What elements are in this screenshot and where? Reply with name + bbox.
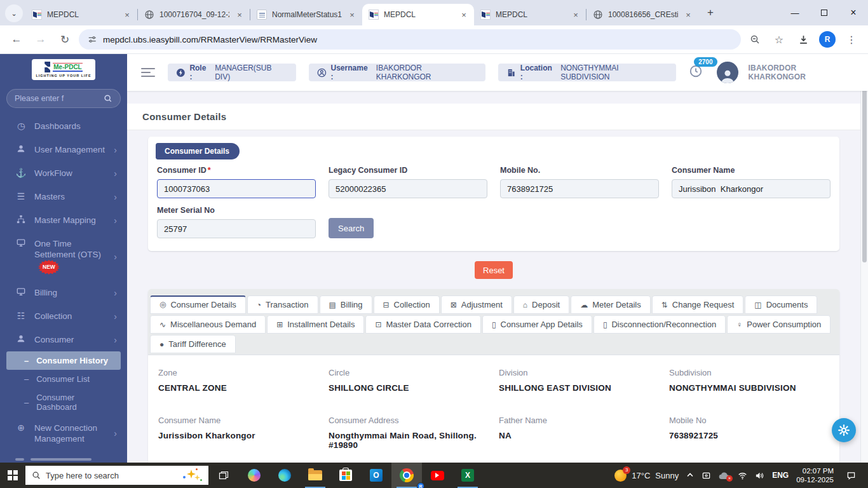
store-icon (339, 470, 352, 481)
profile-avatar[interactable]: R (817, 29, 837, 50)
sidebar-item-master-mapping[interactable]: Master Mapping › (0, 208, 127, 232)
taskbar-clock[interactable]: 02:07 PM 09-12-2025 (796, 466, 834, 484)
tab-collection[interactable]: ⊟Collection (374, 295, 440, 314)
language-indicator[interactable]: ENG (772, 471, 789, 480)
taskbar-search[interactable]: Type here to search (25, 466, 208, 485)
browser-tab[interactable]: 1000716704_09-12-2 × (138, 4, 250, 25)
settings-fab[interactable] (832, 418, 856, 442)
tab-close-icon[interactable]: × (683, 10, 693, 20)
window-close-button[interactable]: × (839, 0, 868, 25)
meter-serial-input[interactable] (157, 219, 316, 238)
sidebar-item-collection[interactable]: ☷ Collection › (0, 304, 127, 328)
sidebar-item-user-management[interactable]: User Management › (0, 138, 127, 161)
sidebar-item-consumer-list[interactable]: – Consumer List (0, 370, 127, 388)
wifi-tray-icon[interactable] (738, 471, 747, 480)
browser-tab-active[interactable]: MEPDCL × (362, 4, 474, 25)
scrollbar-thumb[interactable] (862, 72, 867, 262)
browser-tab[interactable]: NormalMeterStatus17 × (250, 4, 362, 25)
sidebar-item-billing[interactable]: Billing › (0, 281, 127, 304)
notification-center-button[interactable] (841, 463, 860, 488)
excel-button[interactable]: X (452, 463, 483, 488)
tab-miscellaneous-demand[interactable]: ∿Miscellaneous Demand (150, 315, 266, 334)
copilot-button[interactable] (239, 463, 269, 488)
file-explorer-button[interactable] (300, 463, 330, 488)
chrome-button[interactable]: R (391, 463, 422, 488)
tab-transaction[interactable]: ◔Transaction (247, 295, 318, 314)
outlook-button[interactable]: O (361, 463, 391, 488)
tab-billing[interactable]: ▤Billing (320, 295, 372, 314)
sidebar-item-dashboards[interactable]: ◷ Dashboards (0, 114, 127, 138)
tab-installment-details[interactable]: ⊞Installment Details (267, 315, 364, 334)
tab-consumer-app-details[interactable]: ▯Consumer App Details (482, 315, 592, 334)
activity-icon: ∿ (159, 320, 166, 329)
tray-expand-button[interactable] (686, 471, 694, 479)
tab-master-data-correction[interactable]: ⊡Master Data Correction (365, 315, 480, 334)
sidebar-item-ots[interactable]: One Time Settlement (OTS)NEW › (0, 232, 127, 281)
url-bar[interactable]: mepdcl.ubs.ieasybill.com/RRMasterView/RR… (79, 29, 741, 50)
legacy-consumer-id-input[interactable] (329, 179, 487, 198)
microsoft-store-button[interactable] (330, 463, 361, 488)
tab-search-chevron-icon[interactable]: ⌄ (5, 4, 23, 22)
vertical-scrollbar[interactable]: ▲ (860, 54, 868, 463)
bookmark-star-icon[interactable]: ☆ (769, 29, 789, 50)
tab-deposit[interactable]: ⌂Deposit (513, 295, 569, 314)
mobile-icon: ▯ (492, 320, 496, 329)
edge-button[interactable] (269, 463, 300, 488)
browser-tab[interactable]: 1000816656_CREstim × (587, 4, 698, 25)
task-view-button[interactable] (208, 463, 239, 488)
reload-icon[interactable]: ↻ (55, 29, 75, 50)
mobile-no-input[interactable] (500, 179, 659, 198)
tab-close-icon[interactable]: × (347, 10, 357, 20)
browser-tab[interactable]: MEPDCL × (474, 4, 586, 25)
new-tab-button[interactable]: + (702, 4, 719, 21)
session-timer[interactable]: 2700 (689, 64, 703, 81)
back-icon[interactable]: ← (6, 29, 27, 50)
sidebar-item-new-connection[interactable]: ⊕ New Connection Management › (0, 416, 127, 451)
volume-tray-icon[interactable] (755, 471, 764, 480)
tab-consumer-details[interactable]: ◎Consumer Details (150, 295, 246, 314)
tab-tariff-difference[interactable]: ●Tariff Difference (150, 335, 236, 353)
tab-close-icon[interactable]: × (122, 10, 132, 20)
tab-disconnection-reconnection[interactable]: ▯Disconnection/Reconnection (593, 315, 726, 334)
sidebar-search-input[interactable] (15, 94, 100, 103)
search-icon[interactable] (104, 94, 112, 103)
sidebar-search[interactable] (6, 89, 121, 108)
user-avatar[interactable] (717, 62, 738, 83)
search-button[interactable]: Search (329, 218, 374, 238)
tab-close-icon[interactable]: × (459, 10, 469, 20)
window-minimize-button[interactable]: — (780, 0, 810, 25)
sidebar-item-partial[interactable] (0, 451, 127, 461)
onedrive-tray-icon[interactable]: × (719, 471, 730, 480)
reset-button[interactable]: Reset (475, 261, 513, 279)
tab-documents[interactable]: ◫Documents (745, 295, 817, 314)
hamburger-menu-icon[interactable] (141, 68, 155, 77)
tab-adjustment[interactable]: ⊠Adjustment (441, 295, 512, 314)
sidebar-item-consumer[interactable]: Consumer › (0, 328, 127, 351)
tab-change-request[interactable]: ⇅Change Request (652, 295, 744, 314)
tab-meter-details[interactable]: ☁Meter Details (571, 295, 651, 314)
zoom-icon[interactable] (745, 29, 765, 50)
consumer-id-input[interactable] (157, 179, 316, 198)
chevron-right-icon: › (114, 428, 117, 439)
username-badge: Username :IBAKORDOR KHARKONGOR (309, 64, 485, 81)
site-settings-icon[interactable] (88, 35, 97, 44)
sidebar-item-workflow[interactable]: ⚓ WorkFlow › (0, 161, 127, 185)
app-logo[interactable]: Me-PDCL LIGHTING UP YOUR LIFE (32, 59, 95, 80)
start-button[interactable] (0, 463, 25, 488)
window-maximize-button[interactable] (810, 0, 839, 25)
consumer-name-input[interactable] (672, 179, 831, 198)
screen-cast-tray-icon[interactable] (702, 471, 711, 480)
browser-menu-icon[interactable]: ⋮ (841, 29, 862, 50)
tab-close-icon[interactable]: × (571, 10, 581, 20)
forward-icon[interactable]: → (31, 29, 51, 50)
download-icon[interactable] (793, 29, 813, 50)
tab-close-icon[interactable]: × (234, 10, 245, 20)
youtube-button[interactable] (422, 463, 452, 488)
weather-widget[interactable]: 3 17°C Sunny (614, 470, 679, 482)
sidebar-item-masters[interactable]: ☰ Masters › (0, 185, 127, 208)
sidebar-item-consumer-dashboard[interactable]: – Consumer Dashboard (0, 388, 127, 416)
tab-power-consumption[interactable]: ♀Power Consumption (727, 315, 831, 334)
sidebar-item-consumer-history[interactable]: – Consumer History (6, 351, 121, 370)
weather-desc: Sunny (655, 471, 679, 480)
browser-tab[interactable]: MEPDCL × (25, 4, 137, 25)
